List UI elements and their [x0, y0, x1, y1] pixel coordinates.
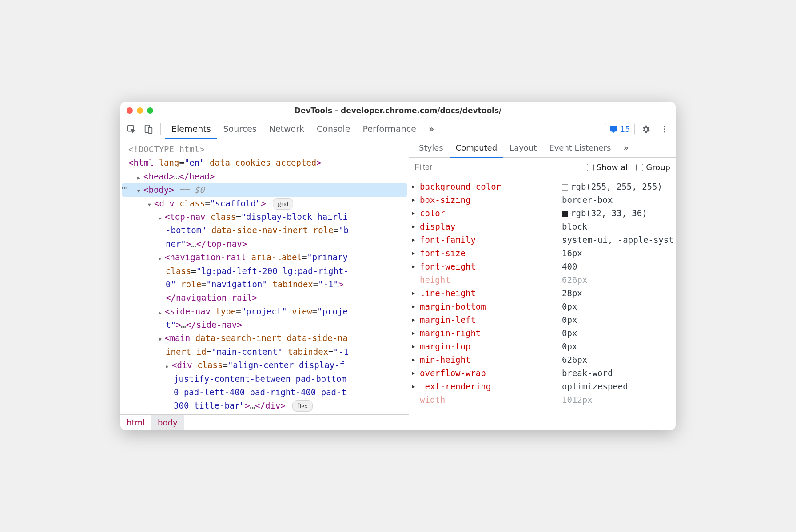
filter-input[interactable]: [414, 163, 581, 172]
tab-console[interactable]: Console: [310, 119, 356, 139]
dom-tree[interactable]: <!DOCTYPE html> <html lang="en" data-coo…: [120, 139, 409, 414]
subtab-event-listeners[interactable]: Event Listeners: [543, 139, 617, 158]
maximize-window-icon[interactable]: [147, 107, 153, 114]
inspect-icon[interactable]: [124, 122, 139, 137]
computed-row[interactable]: ▶box-sizingborder-box: [409, 193, 676, 206]
subtab-computed[interactable]: Computed: [450, 139, 504, 158]
settings-icon[interactable]: [638, 122, 653, 137]
tab-list: Elements Sources Network Console Perform…: [165, 119, 440, 139]
devtools-window: DevTools - developer.chrome.com/docs/dev…: [120, 102, 676, 430]
svg-point-4: [664, 128, 665, 130]
computed-row[interactable]: ▶font-size16px: [409, 246, 676, 260]
traffic-lights: [127, 107, 153, 114]
styles-sidebar: Styles Computed Layout Event Listeners »…: [409, 139, 676, 430]
computed-row[interactable]: ▶colorrgb(32, 33, 36): [409, 206, 676, 220]
breadcrumbs: html body: [120, 414, 409, 430]
computed-row[interactable]: ▶margin-left0px: [409, 313, 676, 326]
subtabs-overflow-icon[interactable]: »: [617, 139, 635, 158]
svg-rect-2: [148, 127, 152, 133]
selected-body-node[interactable]: ▼<body> == $0: [122, 183, 407, 196]
computed-row[interactable]: ▶background-colorrgb(255, 255, 255): [409, 180, 676, 193]
titlebar: DevTools - developer.chrome.com/docs/dev…: [120, 102, 676, 119]
group-checkbox[interactable]: Group: [636, 163, 670, 172]
computed-row[interactable]: width1012px: [409, 393, 676, 406]
elements-panel: <!DOCTYPE html> <html lang="en" data-coo…: [120, 139, 409, 430]
computed-row[interactable]: ▶font-familysystem-ui, -apple-syst: [409, 233, 676, 246]
computed-list[interactable]: ▶background-colorrgb(255, 255, 255)▶box-…: [409, 177, 676, 430]
tab-elements[interactable]: Elements: [165, 119, 217, 139]
computed-row[interactable]: ▶line-height28px: [409, 286, 676, 300]
subtab-layout[interactable]: Layout: [503, 139, 543, 158]
tabs-overflow-icon[interactable]: »: [422, 119, 440, 139]
filter-row: Show all Group: [409, 158, 676, 177]
computed-row[interactable]: ▶displayblock: [409, 220, 676, 233]
device-toggle-icon[interactable]: [141, 122, 156, 137]
grid-badge[interactable]: grid: [273, 198, 293, 210]
computed-row[interactable]: ▶margin-right0px: [409, 326, 676, 340]
close-window-icon[interactable]: [127, 107, 133, 114]
computed-row[interactable]: ▶min-height626px: [409, 353, 676, 366]
crumb-html[interactable]: html: [120, 415, 151, 430]
computed-row[interactable]: ▶overflow-wrapbreak-word: [409, 366, 676, 380]
show-all-checkbox[interactable]: Show all: [587, 163, 630, 172]
main-split: <!DOCTYPE html> <html lang="en" data-coo…: [120, 139, 676, 430]
computed-row[interactable]: ▶font-weight400: [409, 260, 676, 273]
tab-network[interactable]: Network: [263, 119, 310, 139]
crumb-body[interactable]: body: [151, 415, 184, 430]
doctype: <!DOCTYPE html>: [128, 144, 205, 154]
more-menu-icon[interactable]: [657, 122, 672, 137]
computed-row[interactable]: ▶margin-top0px: [409, 340, 676, 353]
computed-row[interactable]: ▶text-renderingoptimizespeed: [409, 380, 676, 393]
flex-badge[interactable]: flex: [292, 400, 312, 412]
issues-chip[interactable]: 15: [605, 123, 635, 135]
tab-performance[interactable]: Performance: [357, 119, 422, 139]
tab-sources[interactable]: Sources: [217, 119, 263, 139]
issues-count: 15: [620, 125, 630, 134]
sub-tabs: Styles Computed Layout Event Listeners »: [409, 139, 676, 158]
svg-point-3: [664, 126, 665, 127]
subtab-styles[interactable]: Styles: [413, 139, 450, 158]
computed-row[interactable]: height626px: [409, 273, 676, 286]
computed-row[interactable]: ▶margin-bottom0px: [409, 300, 676, 313]
svg-point-5: [664, 131, 665, 132]
right-toolbar: 15: [605, 122, 672, 137]
window-title: DevTools - developer.chrome.com/docs/dev…: [153, 106, 643, 115]
minimize-window-icon[interactable]: [137, 107, 143, 114]
top-tabs: Elements Sources Network Console Perform…: [120, 119, 676, 139]
